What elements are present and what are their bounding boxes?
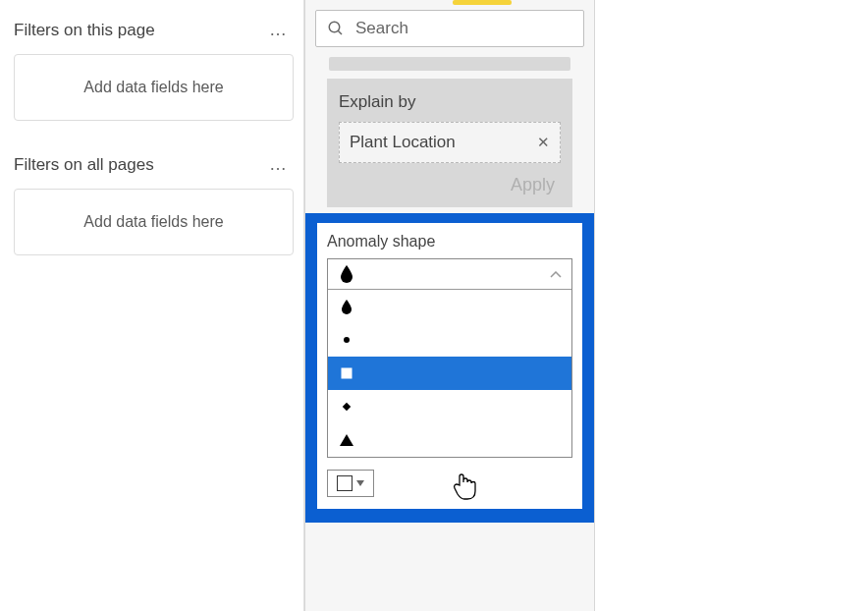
dot-icon (338, 331, 355, 349)
shape-option-triangle[interactable] (328, 423, 571, 457)
explain-by-field-label: Plant Location (350, 133, 456, 152)
shape-option-diamond[interactable] (328, 390, 571, 423)
filters-on-all-section: Filters on all pages … Add data fields h… (14, 144, 294, 255)
filters-on-all-dropzone[interactable]: Add data fields here (14, 189, 294, 255)
filters-on-page-more-icon[interactable]: … (269, 20, 288, 40)
explain-by-field-chip[interactable]: Plant Location ✕ (339, 122, 561, 163)
svg-rect-3 (342, 368, 352, 378)
svg-marker-5 (340, 434, 353, 446)
chevron-up-icon (550, 266, 562, 282)
svg-point-2 (344, 337, 350, 343)
color-swatch-icon (337, 475, 353, 491)
remove-field-icon[interactable]: ✕ (537, 134, 550, 151)
search-input[interactable]: Search (315, 10, 584, 47)
active-tab-indicator (453, 0, 512, 5)
search-placeholder: Search (355, 19, 408, 38)
diamond-icon (338, 398, 355, 416)
filters-on-all-title: Filters on all pages (14, 155, 154, 175)
highlighted-section: Anomaly shape (305, 213, 594, 523)
shape-option-droplet[interactable] (328, 290, 571, 323)
svg-rect-4 (343, 403, 351, 411)
svg-line-1 (338, 30, 342, 34)
triangle-icon (338, 431, 355, 449)
apply-button[interactable]: Apply (511, 175, 555, 194)
filters-on-page-dropzone[interactable]: Add data fields here (14, 54, 294, 121)
shape-option-square[interactable] (328, 357, 571, 390)
filters-pane: Filters on this page … Add data fields h… (0, 0, 304, 611)
square-icon (338, 364, 355, 382)
canvas-area (595, 0, 868, 611)
explain-by-panel: Explain by Plant Location ✕ Apply (327, 79, 572, 207)
collapsed-section-bar[interactable] (329, 57, 570, 71)
filters-on-all-more-icon[interactable]: … (269, 154, 288, 175)
anomaly-shape-title: Anomaly shape (327, 233, 572, 250)
filters-on-page-section: Filters on this page … Add data fields h… (14, 10, 294, 121)
explain-by-title: Explain by (339, 92, 561, 112)
anomaly-color-picker[interactable] (327, 470, 374, 497)
search-icon (326, 19, 346, 38)
filters-on-page-title: Filters on this page (14, 21, 155, 40)
visualizations-pane: Search Explain by Plant Location ✕ Apply… (304, 0, 595, 611)
caret-down-icon (356, 480, 364, 486)
anomaly-shape-dropdown[interactable] (327, 258, 572, 458)
svg-point-0 (329, 22, 340, 32)
droplet-icon (338, 298, 355, 315)
anomaly-shape-current[interactable] (328, 259, 571, 290)
shape-option-dot[interactable] (328, 323, 571, 357)
anomaly-shape-panel: Anomaly shape (317, 223, 582, 509)
droplet-icon (338, 265, 355, 283)
